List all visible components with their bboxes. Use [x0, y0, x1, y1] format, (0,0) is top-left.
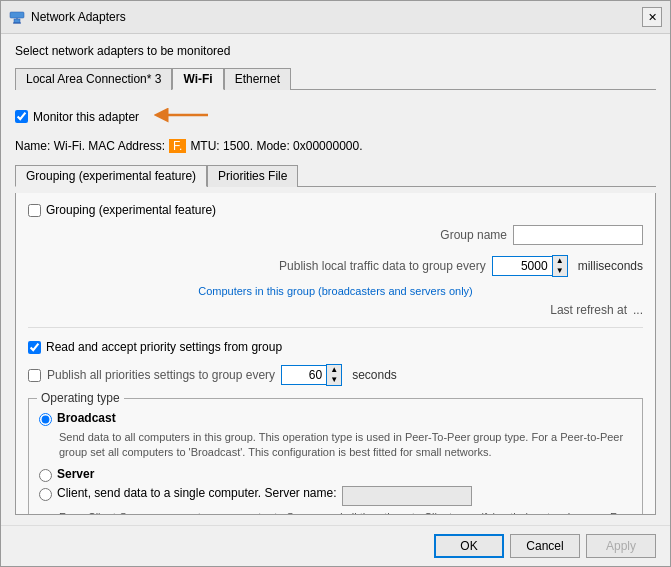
client-label[interactable]: Client, send data to a single computer. … — [57, 486, 337, 500]
publish-spinner-down[interactable]: ▼ — [553, 266, 567, 276]
network-adapters-window: Network Adapters ✕ Select network adapte… — [0, 0, 671, 567]
server-radio[interactable] — [39, 469, 52, 482]
adapter-name-row: Name: Wi-Fi. MAC Address: F. MTU: 1500. … — [15, 139, 656, 153]
publish-spinner: ▲ ▼ — [492, 255, 568, 277]
read-priority-label[interactable]: Read and accept priority settings from g… — [46, 340, 282, 354]
svg-rect-0 — [14, 19, 20, 23]
title-bar-left: Network Adapters — [9, 9, 126, 25]
broadcast-radio[interactable] — [39, 413, 52, 426]
close-button[interactable]: ✕ — [642, 7, 662, 27]
operating-type-group: Operating type Broadcast Send data to al… — [28, 398, 643, 515]
priority-spinner-buttons: ▲ ▼ — [326, 364, 342, 386]
grouping-checkbox[interactable] — [28, 204, 41, 217]
ok-button[interactable]: OK — [434, 534, 504, 558]
last-refresh-row: Last refresh at ... — [28, 303, 643, 317]
group-name-row: Group name — [28, 225, 643, 245]
monitor-adapter-row: Monitor this adapter — [15, 104, 656, 129]
apply-button[interactable]: Apply — [586, 534, 656, 558]
group-name-label: Group name — [440, 228, 507, 242]
svg-rect-1 — [10, 12, 24, 18]
title-bar: Network Adapters ✕ — [1, 1, 670, 34]
tab-wifi[interactable]: Wi-Fi — [172, 68, 223, 90]
publish-value-input[interactable] — [492, 256, 552, 276]
divider1 — [28, 327, 643, 328]
operating-type-legend: Operating type — [37, 391, 124, 405]
priority-value-input[interactable] — [281, 365, 326, 385]
inner-tab-grouping[interactable]: Grouping (experimental feature) — [15, 165, 207, 187]
broadcast-label[interactable]: Broadcast — [57, 411, 116, 425]
inner-tabs: Grouping (experimental feature) Prioriti… — [15, 165, 656, 187]
name-prefix: Name: Wi-Fi. MAC Address: — [15, 139, 165, 153]
publish-priority-checkbox[interactable] — [28, 369, 41, 382]
monitor-checkbox[interactable] — [15, 110, 28, 123]
last-refresh-value: ... — [633, 303, 643, 317]
main-content: Select network adapters to be monitored … — [1, 34, 670, 525]
tab-ethernet[interactable]: Ethernet — [224, 68, 291, 90]
publish-unit: milliseconds — [578, 259, 643, 273]
publish-spinner-buttons: ▲ ▼ — [552, 255, 568, 277]
arrow-indicator — [153, 104, 213, 129]
publish-label: Publish local traffic data to group ever… — [279, 259, 486, 273]
cancel-button[interactable]: Cancel — [510, 534, 580, 558]
tab-local-area[interactable]: Local Area Connection* 3 — [15, 68, 172, 90]
publish-priority-label[interactable]: Publish all priorities settings to group… — [47, 368, 275, 382]
adapter-tabs: Local Area Connection* 3 Wi-Fi Ethernet — [15, 68, 656, 90]
monitor-label: Monitor this adapter — [33, 110, 139, 124]
inner-tab-priorities[interactable]: Priorities File — [207, 165, 298, 187]
publish-priority-row: Publish all priorities settings to group… — [28, 364, 643, 386]
window-title: Network Adapters — [31, 10, 126, 24]
read-priority-checkbox[interactable] — [28, 341, 41, 354]
computers-hint: Computers in this group (broadcasters an… — [28, 285, 643, 297]
publish-traffic-row: Publish local traffic data to group ever… — [28, 255, 643, 277]
arrow-svg — [153, 104, 213, 126]
network-icon — [9, 9, 25, 25]
grouping-label[interactable]: Grouping (experimental feature) — [46, 203, 216, 217]
client-desc: For a Client-Server group set one comput… — [59, 510, 632, 515]
publish-spinner-up[interactable]: ▲ — [553, 256, 567, 266]
bottom-buttons: OK Cancel Apply — [1, 525, 670, 566]
broadcast-row: Broadcast — [39, 411, 632, 426]
grouping-panel: Grouping (experimental feature) Group na… — [15, 193, 656, 515]
subtitle: Select network adapters to be monitored — [15, 44, 656, 58]
group-name-input[interactable] — [513, 225, 643, 245]
read-priority-row: Read and accept priority settings from g… — [28, 340, 643, 354]
mac-value: F. — [169, 139, 186, 153]
priority-unit: seconds — [352, 368, 397, 382]
name-suffix: MTU: 1500. Mode: 0x00000000. — [190, 139, 362, 153]
priority-spinner-down[interactable]: ▼ — [327, 375, 341, 385]
server-row: Server — [39, 467, 632, 482]
client-radio[interactable] — [39, 488, 52, 501]
priority-spinner: ▲ ▼ — [281, 364, 342, 386]
server-name-input[interactable] — [342, 486, 472, 506]
last-refresh-label: Last refresh at — [550, 303, 627, 317]
priority-spinner-up[interactable]: ▲ — [327, 365, 341, 375]
server-label[interactable]: Server — [57, 467, 94, 481]
client-row: Client, send data to a single computer. … — [39, 486, 632, 506]
grouping-feature-row: Grouping (experimental feature) — [28, 203, 643, 217]
monitor-checkbox-label[interactable]: Monitor this adapter — [15, 110, 139, 124]
broadcast-desc: Send data to all computers in this group… — [59, 430, 632, 461]
